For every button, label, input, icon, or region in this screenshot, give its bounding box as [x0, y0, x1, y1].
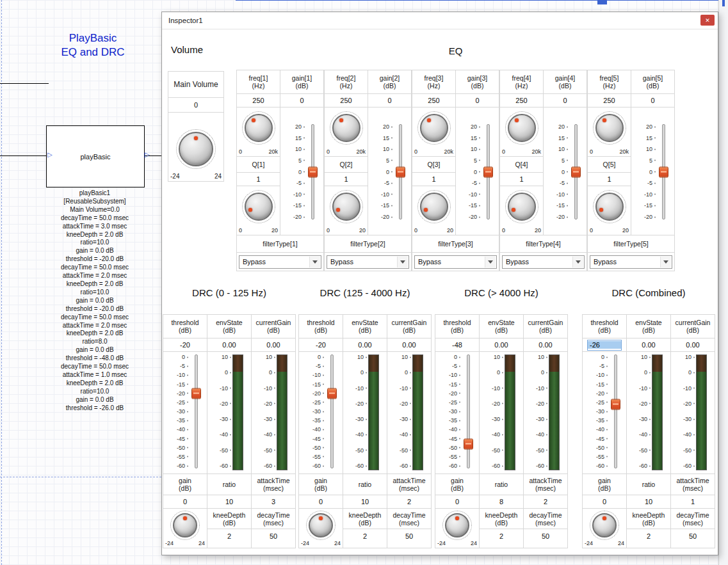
- playbasic-block[interactable]: playBasic: [46, 125, 145, 187]
- ratio-header: ratio: [627, 474, 670, 495]
- q-header: Q[1]: [237, 157, 280, 172]
- gain-slider[interactable]: 20151050-5-10-15-20: [368, 107, 411, 235]
- main-volume-value: 0: [168, 98, 223, 112]
- slider-track[interactable]: [195, 354, 198, 468]
- freq-knob[interactable]: [330, 111, 363, 145]
- tick-label: 20: [295, 124, 302, 130]
- gain-slider[interactable]: 20151050-5-10-15-20: [631, 107, 674, 235]
- knob-max-label: 24: [198, 540, 205, 546]
- tick-label: -5: [599, 363, 604, 369]
- level-meter-bar: [696, 354, 707, 470]
- tick-label: -30: [639, 417, 647, 422]
- tick-label: -10: [400, 385, 408, 391]
- freq-value: 250: [500, 94, 543, 107]
- q-knob[interactable]: [330, 190, 363, 223]
- filter-type-dropdown[interactable]: Bypass: [414, 255, 497, 269]
- freq-knob[interactable]: [593, 111, 626, 145]
- kneedepth-cell: kneeDepth(dB) 2: [627, 509, 670, 548]
- slider-handle[interactable]: [571, 166, 581, 177]
- diagram-annotation: PlayBasic EQ and DRC: [35, 31, 150, 60]
- slider-handle[interactable]: [191, 388, 201, 399]
- q-value: 1: [237, 173, 280, 186]
- gain-slider[interactable]: 20151050-5-10-15-20: [544, 107, 586, 235]
- gain-slider[interactable]: 20151050-5-10-15-20: [280, 107, 323, 235]
- tick-label: -35: [449, 418, 457, 424]
- tick-label: -60: [492, 463, 500, 469]
- filter-type-cell: Bypass: [412, 253, 499, 271]
- eq-channel-2: freq[2](Hz) gain[2](dB) 250 0 0 20k 2015…: [324, 70, 412, 271]
- filter-type-dropdown[interactable]: Bypass: [327, 255, 409, 269]
- slider-handle[interactable]: [308, 166, 318, 177]
- knob-face: [245, 114, 273, 142]
- tick-label: 10: [383, 147, 389, 152]
- knob-min-label: 0: [414, 227, 417, 234]
- gain-header: gain(dB): [583, 474, 626, 495]
- threshold-value: -48: [435, 338, 479, 351]
- freq-knob[interactable]: [417, 111, 451, 145]
- gain-header: gain(dB): [299, 474, 343, 495]
- volume-panel: Main Volume 0 -24 24: [168, 71, 224, 182]
- slider-track[interactable]: [467, 354, 470, 468]
- tick-label: -10: [312, 372, 321, 378]
- knob-face: [309, 513, 333, 537]
- tick-label: -40: [492, 432, 500, 438]
- freq-knob[interactable]: [242, 111, 275, 145]
- eq-heading: EQ: [236, 45, 675, 56]
- tick-label: 5: [649, 157, 652, 163]
- q-knob[interactable]: [417, 190, 451, 223]
- slider-track[interactable]: [330, 354, 334, 468]
- q-knob[interactable]: [593, 190, 626, 223]
- volume-heading: Volume: [171, 44, 203, 55]
- tick-label: -45: [449, 436, 457, 442]
- gain-header: gain[5](dB): [631, 70, 674, 93]
- tick-label: -30: [536, 417, 544, 422]
- tick-label: -20: [355, 401, 364, 406]
- title-bar[interactable]: Inspector1 ✕: [162, 12, 718, 29]
- slider-handle[interactable]: [396, 166, 405, 177]
- tick-label: -60: [312, 463, 321, 469]
- slider-handle[interactable]: [464, 439, 473, 450]
- tick-label: -30: [220, 417, 228, 422]
- threshold-slider[interactable]: 0-5-10-15-20-25-30-35-40-45-50-55-60: [583, 352, 626, 473]
- tick-label: -50: [683, 447, 692, 453]
- slider-handle[interactable]: [611, 399, 620, 410]
- tick-label: -5: [452, 363, 457, 369]
- filter-type-dropdown[interactable]: Bypass: [590, 255, 672, 269]
- slider-handle[interactable]: [327, 388, 337, 399]
- gain-knob[interactable]: [442, 511, 472, 540]
- main-volume-label: Main Volume: [168, 72, 223, 97]
- knob-min-label: 0: [502, 227, 505, 234]
- gain-knob[interactable]: [170, 511, 200, 540]
- slider-handle[interactable]: [483, 166, 493, 177]
- threshold-slider[interactable]: 0-5-10-15-20-25-30-35-40-45-50-55-60: [163, 352, 207, 473]
- freq-knob[interactable]: [505, 111, 538, 145]
- gain-knob[interactable]: [306, 511, 336, 540]
- kneedepth-header: kneeDepth(dB): [480, 509, 523, 529]
- gain-scale: 20151050-5-10-15-20: [544, 127, 565, 217]
- knob-max-label: 24: [214, 173, 222, 180]
- filter-type-dropdown[interactable]: Bypass: [239, 255, 321, 269]
- block-parameter-list: playBasic1 [ReusableSubsystem] Main Volu…: [37, 189, 152, 412]
- q-header: Q[4]: [500, 157, 543, 172]
- attacktime-value: 2: [524, 495, 567, 508]
- gain-value: 0: [280, 94, 323, 107]
- q-knob[interactable]: [505, 190, 538, 223]
- tick-label: -50: [400, 447, 408, 453]
- q-knob[interactable]: [242, 190, 275, 223]
- knob-indicator: [455, 516, 459, 520]
- kneedepth-cell: kneeDepth(dB) 2: [480, 509, 523, 548]
- threshold-slider[interactable]: 0-5-10-15-20-25-30-35-40-45-50-55-60: [299, 352, 343, 473]
- close-button[interactable]: ✕: [700, 15, 715, 26]
- knob-min-label: 0: [327, 148, 330, 155]
- filter-type-dropdown[interactable]: Bypass: [502, 255, 585, 269]
- main-volume-knob[interactable]: [176, 129, 216, 169]
- threshold-value-edit-field[interactable]: -26: [583, 338, 626, 351]
- threshold-slider[interactable]: 0-5-10-15-20-25-30-35-40-45-50-55-60: [435, 352, 479, 473]
- knob-max-label: 24: [618, 540, 624, 546]
- knob-min-label: -24: [165, 540, 174, 546]
- gain-slider[interactable]: 20151050-5-10-15-20: [456, 107, 499, 235]
- slider-track[interactable]: [614, 354, 617, 468]
- freq-value: 250: [412, 94, 455, 107]
- gain-knob[interactable]: [590, 511, 619, 540]
- slider-handle[interactable]: [659, 166, 668, 177]
